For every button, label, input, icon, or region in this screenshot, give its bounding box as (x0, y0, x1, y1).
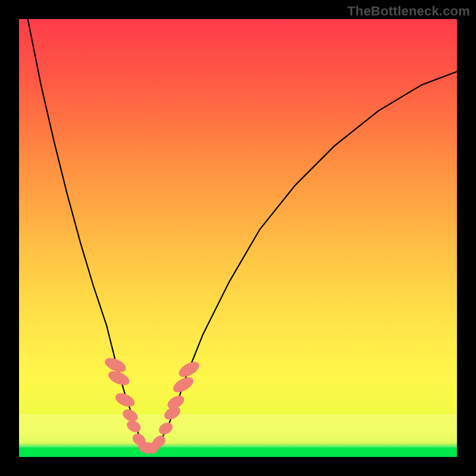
curve-marker (171, 374, 195, 394)
marker-layer (103, 356, 201, 455)
curve-marker (177, 359, 201, 380)
curve-marker (125, 418, 142, 434)
chart-frame: TheBottleneck.com (0, 0, 476, 476)
chart-svg (19, 19, 457, 457)
plot-area (19, 19, 457, 457)
watermark-text: TheBottleneck.com (347, 4, 470, 19)
curve-marker (157, 421, 174, 437)
bottleneck-curve (28, 19, 457, 448)
